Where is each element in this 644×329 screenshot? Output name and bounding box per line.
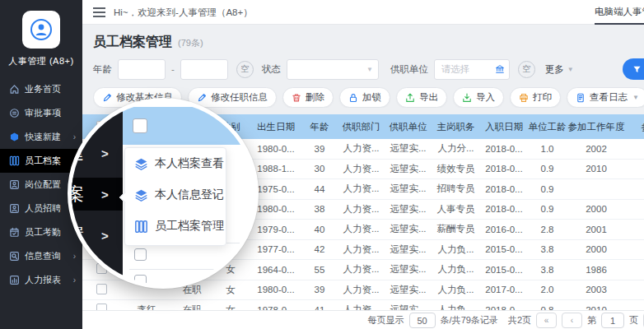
attendance-icon (9, 227, 20, 238)
toolbar-button-4[interactable]: 导出 (396, 87, 447, 108)
toolbar-button-6[interactable]: 打印 (510, 87, 561, 108)
print-icon (519, 93, 529, 103)
row-checkbox[interactable] (96, 284, 107, 294)
cell-0-6: 远望实... (385, 142, 432, 155)
sidebar-item-1[interactable]: 审批事项 (0, 101, 82, 125)
sidebar-item-label: 员工考勤 (25, 226, 61, 239)
log-icon (576, 93, 586, 103)
hamburger-icon[interactable] (93, 7, 105, 17)
submenu-item-label: 员工档案管理 (155, 219, 224, 234)
record-count: (79条) (178, 37, 203, 49)
first-page-button[interactable]: « (536, 313, 557, 328)
layers-icon (134, 188, 148, 202)
search-box-icon (9, 251, 20, 262)
cell-0-7: 人力分... (432, 142, 480, 155)
chevron-down-icon: ▼ (567, 66, 574, 73)
prev-page-button[interactable]: ‹ (562, 313, 582, 328)
cell-3-3: 1980-0... (250, 204, 301, 214)
cell-2-8: 2018-0... (480, 184, 528, 194)
cell-7-8: 2017-0... (480, 285, 528, 294)
sidebar-item-0[interactable]: 业务首页 (0, 77, 82, 101)
submenu-item-0[interactable]: 本人档案查看 (125, 148, 226, 179)
age-to-input[interactable] (180, 59, 228, 80)
tab-pc-hr[interactable]: 电脑端人事管理 (595, 6, 644, 25)
column-header-7: 主岗职务 (432, 121, 480, 133)
age-from-input[interactable] (118, 59, 166, 80)
cell-6-8: 2015-0... (480, 265, 528, 275)
cell-4-7: 薪酬专员 (432, 223, 480, 235)
page-title: 员工档案管理 (93, 34, 172, 51)
archive-shelf-icon (9, 155, 20, 166)
app-name: 人事管理 (A8+) (0, 55, 82, 67)
more-filters-button[interactable]: 更多 ▼ (545, 63, 574, 76)
magnified-row-checkbox (134, 248, 147, 261)
current-page-input[interactable]: 1 (601, 313, 624, 328)
column-header-10: 参加工作年度 (567, 121, 626, 133)
shelf-icon (134, 220, 148, 234)
cell-5-11: 2 (626, 244, 644, 254)
toolbar-button-2[interactable]: 删除 (282, 87, 334, 108)
toolbar-button-label: 导出 (419, 91, 438, 104)
per-page-value[interactable]: 50 (409, 313, 436, 328)
cell-6-10: 1986 (567, 265, 626, 275)
filter-button[interactable]: 筛选 (623, 58, 644, 80)
cell-4-5: 人力资... (338, 223, 385, 235)
chevron-right-icon: > (101, 146, 109, 160)
cell-4-11: 9 (626, 225, 644, 234)
pager: 每页显示 50 条/共79条记录 共2页 « ‹ 第 1 页 › (368, 311, 644, 329)
cell-2-6: 远望实... (385, 183, 432, 195)
cell-7-4: 39 (301, 285, 338, 294)
sidebar-item-label: 岗位配置 (25, 178, 61, 191)
toolbar-button-3[interactable]: 加锁 (339, 87, 390, 108)
topbar: Hi~，欢迎来到-人事管理（A8+） 电脑端人事管理 (82, 0, 644, 25)
toolbar-button-5[interactable]: 导入 (453, 87, 504, 108)
sidebar-item-8[interactable]: 人力报表› (0, 268, 82, 292)
cell-1-5: 人力资... (338, 163, 385, 175)
cell-6-11: 9 (626, 265, 644, 275)
cell-3-6: 远望实... (385, 203, 432, 215)
cell-1-10: 2010 (567, 164, 626, 174)
clear-unit-button[interactable]: 空 (518, 61, 535, 78)
toolbar-button-label: 导入 (476, 91, 495, 104)
submenu-item-label: 本人档案查看 (155, 156, 224, 171)
unit-label: 供职单位 (390, 63, 428, 76)
column-header-8: 入职日期 (480, 121, 528, 133)
cell-7-10: 2003 (567, 285, 626, 294)
toolbar-button-7[interactable]: 查看日志▼ (567, 87, 644, 108)
status-select[interactable]: ▼ (287, 59, 379, 80)
sidebar-item-2[interactable]: 快速新建› (0, 125, 82, 149)
column-header-4: 年龄 (301, 121, 338, 133)
cell-5-3: 1977-0... (250, 244, 301, 254)
cell-5-7: 人力负... (432, 243, 480, 256)
cell-7-5: 人力资... (338, 284, 385, 296)
cell-1-7: 绩效专员 (432, 163, 480, 175)
sidebar-item-7[interactable]: 信息查询› (0, 244, 82, 268)
sidebar-item-6[interactable]: 员工考勤 (0, 220, 82, 244)
cell-7-6: 远望实... (385, 284, 432, 296)
cell-5-5: 人力资... (338, 243, 385, 256)
cell-5-6: 远望实... (385, 243, 432, 256)
cell-0-9: 1.0 (528, 144, 567, 154)
submenu-item-2[interactable]: 员工档案管理 (125, 211, 226, 242)
cell-5-10: 2000 (567, 244, 626, 254)
submenu-item-1[interactable]: 本人信息登记 (125, 179, 226, 211)
cell-5-8: 2015-0... (480, 244, 528, 254)
trash-icon (292, 93, 301, 103)
cell-1-9: 0.9 (528, 164, 567, 174)
toolbar-button-label: 打印 (533, 91, 552, 104)
chevron-down-icon: ▼ (366, 66, 373, 73)
cell-3-11: 9 (626, 204, 644, 214)
app-logo (22, 11, 60, 49)
clear-age-button[interactable]: 空 (236, 61, 254, 78)
funnel-icon (632, 65, 642, 74)
toolbar-button-1[interactable]: 修改任职信息 (188, 87, 277, 108)
cell-6-9: 3.8 (528, 265, 567, 275)
sidebar-item-label: 人员招聘 (25, 202, 61, 215)
export-icon (405, 93, 415, 103)
cell-0-8: 2018-0... (480, 144, 528, 154)
unit-select[interactable]: 请选择 (434, 59, 510, 80)
status-label: 状态 (262, 63, 281, 76)
cell-5-9: 3.8 (528, 244, 567, 254)
greeting-text: Hi~，欢迎来到-人事管理（A8+） (114, 7, 253, 19)
column-header-5: 供职部门 (338, 121, 385, 133)
